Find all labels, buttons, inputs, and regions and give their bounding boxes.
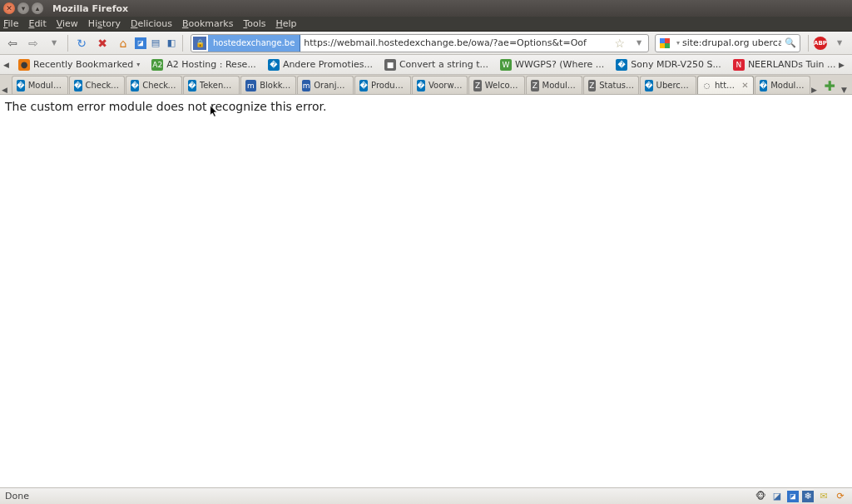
tab-favicon: m [245, 80, 257, 91]
tab-bar: ◀ �Modules | ...�Checkout ...�Checkout .… [0, 75, 852, 95]
browser-tab[interactable]: ZWelcome t... [468, 76, 525, 94]
bookmarks-scroll-right[interactable]: ▶ [839, 61, 849, 69]
window-minimize-button[interactable]: ▾ [17, 2, 29, 14]
tab-label: htt...of [715, 81, 736, 90]
browser-tab[interactable]: ◌htt...of✕ [697, 76, 754, 94]
search-engine-dropdown[interactable]: ▾ [674, 34, 682, 52]
browser-tab[interactable]: �Modules | ... [12, 76, 68, 94]
browser-tab[interactable]: �Voorwaar... [412, 76, 468, 94]
tab-label: Blokken [260, 81, 291, 90]
tab-favicon: Z [531, 80, 539, 91]
tab-favicon: � [359, 80, 368, 91]
browser-tab[interactable]: ZModules | ... [526, 76, 582, 94]
browser-tab[interactable]: mOranje Sp... [297, 76, 354, 94]
tab-close-button[interactable]: ✕ [741, 81, 748, 90]
tab-label: Product | ... [371, 81, 406, 90]
status-sync-icon[interactable]: ⟳ [834, 490, 847, 503]
status-mail-icon[interactable]: ✉ [817, 490, 830, 503]
new-tab-button[interactable]: ✚ [821, 78, 838, 94]
stop-button[interactable]: ✖ [93, 34, 111, 52]
window-title: Mozilla Firefox [52, 3, 128, 14]
menu-tools[interactable]: Tools [243, 18, 265, 29]
abp-dropdown[interactable]: ▼ [830, 34, 849, 52]
tab-favicon: � [131, 80, 139, 91]
tab-favicon: � [645, 80, 652, 91]
bookmark-item[interactable]: �Sony MDR-V250 S... [611, 57, 726, 72]
browser-tab[interactable]: �Tekenreek... [183, 76, 240, 94]
status-bar: Done 🐵 ◪ ◪ ❄ ✉ ⟳ [0, 487, 852, 504]
delicious-tag-button[interactable]: ◪ [135, 37, 146, 49]
menu-history[interactable]: History [88, 18, 121, 29]
tab-favicon: � [74, 80, 82, 91]
status-noscript-icon[interactable]: ◪ [770, 490, 784, 503]
browser-tab[interactable]: mBlokken [240, 76, 297, 94]
menu-delicious[interactable]: Delicious [131, 18, 172, 29]
browser-tab[interactable]: �Product | ... [354, 76, 411, 94]
menu-help[interactable]: Help [275, 18, 296, 29]
url-bar[interactable]: 🔒 hostedexchange.be https://webmail.host… [191, 34, 649, 52]
status-greasemonkey-icon[interactable]: 🐵 [754, 490, 767, 503]
search-bar[interactable]: ▾ site:drupal.org ubercart invoice 🔍 [655, 34, 800, 52]
search-input[interactable]: site:drupal.org ubercart invoice [682, 37, 781, 48]
bookmark-favicon: � [268, 59, 280, 71]
tab-label: Ubercart C... [656, 81, 691, 90]
menu-edit[interactable]: Edit [28, 18, 46, 29]
browser-tab[interactable]: �Ubercart C... [640, 76, 696, 94]
menu-bar: File Edit View History Delicious Bookmar… [0, 17, 852, 32]
bookmark-item[interactable]: ●Recently Bookmarked▾ [13, 57, 145, 72]
tab-list-dropdown[interactable]: ▼ [838, 86, 850, 94]
bookmark-star-icon[interactable]: ☆ [609, 37, 630, 50]
bookmark-item[interactable]: A2A2 Hosting : Rese... [146, 57, 261, 72]
menu-bookmarks[interactable]: Bookmarks [182, 18, 233, 29]
delicious-sidebar-button[interactable]: ▤ [149, 37, 162, 50]
site-identity-lock-icon[interactable]: 🔒 [193, 37, 206, 50]
bookmark-item[interactable]: NNEERLANDs Tuin ... [728, 57, 839, 72]
tab-label: Checkout ... [86, 81, 121, 90]
bookmark-favicon: ● [18, 59, 30, 71]
browser-tab[interactable]: �Checkout ... [126, 76, 182, 94]
url-history-dropdown[interactable]: ▼ [630, 34, 648, 52]
toolbar-divider [808, 35, 809, 52]
forward-button[interactable]: ⇨ [24, 34, 42, 52]
nav-history-dropdown[interactable]: ▼ [45, 34, 63, 52]
back-button[interactable]: ⇦ [3, 34, 22, 52]
tab-label: Voorwaar... [428, 81, 463, 90]
bookmark-favicon: N [733, 59, 745, 71]
bookmark-item[interactable]: WWWGPS? (Where ... [495, 57, 609, 72]
toolbar-divider [67, 35, 68, 52]
tab-favicon: � [17, 80, 25, 91]
menu-file[interactable]: File [3, 18, 18, 29]
browser-tab[interactable]: �Checkout ... [69, 76, 126, 94]
menu-view[interactable]: View [57, 18, 78, 29]
url-text[interactable]: https://webmail.hostedexchange.be/owa/?a… [300, 37, 609, 48]
search-engine-icon[interactable] [658, 37, 671, 50]
tab-label: Modules | ... [28, 81, 63, 90]
bookmark-item[interactable]: �Andere Promoties... [263, 57, 378, 72]
tab-favicon: m [302, 80, 310, 91]
tab-label: Modules | ... [542, 81, 577, 90]
window-close-button[interactable]: ✕ [3, 2, 15, 14]
tab-scroll-left[interactable]: ◀ [2, 86, 12, 94]
svg-rect-3 [665, 43, 670, 48]
bookmark-label: Convert a string t... [399, 59, 488, 70]
tab-scroll-right[interactable]: ▶ [811, 86, 821, 94]
browser-tab[interactable]: �Modules | ... [755, 76, 811, 94]
home-button[interactable]: ⌂ [114, 34, 132, 52]
status-delicious-icon[interactable]: ◪ [787, 491, 799, 502]
tab-label: Modules | ... [770, 81, 805, 90]
svg-rect-1 [665, 38, 670, 43]
adblock-plus-icon[interactable]: ABP [814, 37, 827, 50]
status-snowflake-icon[interactable]: ❄ [802, 491, 814, 502]
bookmark-label: Sony MDR-V250 S... [631, 59, 721, 70]
bookmarks-scroll-left[interactable]: ◀ [3, 61, 13, 69]
browser-tab[interactable]: ZStatus rep... [583, 76, 640, 94]
tab-label: Oranje Sp... [314, 81, 349, 90]
bookmark-item[interactable]: ■Convert a string t... [379, 57, 493, 72]
screenshot-button[interactable]: ◧ [165, 37, 178, 50]
site-identity-host[interactable]: hostedexchange.be [208, 35, 300, 52]
search-go-icon[interactable]: 🔍 [781, 37, 800, 48]
bookmark-label: Recently Bookmarked [33, 59, 133, 70]
window-maximize-button[interactable]: ▴ [32, 2, 43, 14]
reload-button[interactable]: ↻ [72, 34, 91, 52]
status-text: Done [5, 491, 29, 502]
